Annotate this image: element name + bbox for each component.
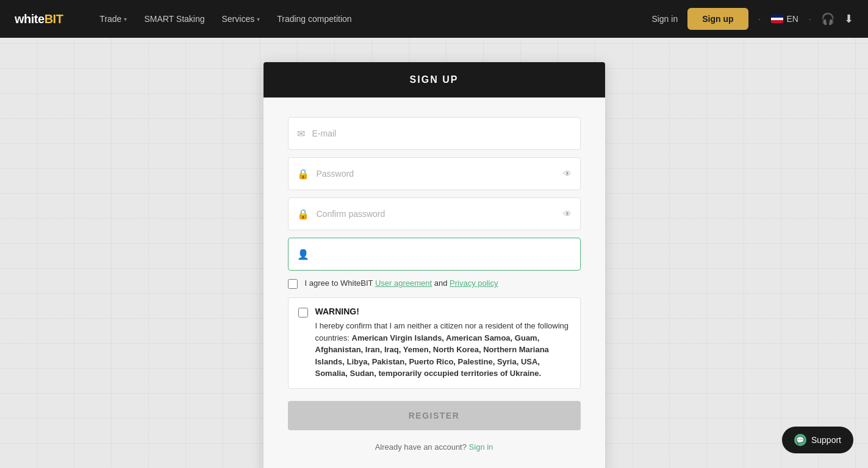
nav-item-smart-staking[interactable]: SMART Staking [137,9,212,29]
logo-white: white [15,12,45,26]
lock-confirm-icon: 🔒 [297,208,309,220]
support-chat-icon: 💬 [794,434,806,446]
nav-item-services[interactable]: Services ▾ [215,9,268,29]
email-input[interactable] [312,129,572,138]
user-agreement-link[interactable]: User agreement [375,278,432,288]
referral-input[interactable]: b87f7e21-9eca-4fb8-a1af-741ac8aa745a [317,249,572,259]
chevron-down-icon: ▾ [257,16,260,23]
privacy-policy-link[interactable]: Privacy policy [450,278,498,288]
card-body: ✉ 🔒 👁 🔒 👁 👤 b87f7e21-9eca-4fb8-a1af-741a… [264,98,605,468]
warning-checkbox-row: WARNING! I hereby confirm that I am neit… [298,307,570,380]
dot-separator: · [758,13,761,26]
referral-icon: 👤 [297,249,309,260]
download-icon[interactable]: ⬇ [844,12,853,26]
navbar: whiteBIT Trade ▾ SMART Staking Services … [0,0,868,38]
confirm-password-field-container: 🔒 👁 [288,197,581,230]
nav-item-trading-competition[interactable]: Trading competition [270,9,359,29]
nav-links: Trade ▾ SMART Staking Services ▾ Trading… [92,9,632,29]
warning-text: I hereby confirm that I am neither a cit… [315,320,570,380]
nav-item-trade[interactable]: Trade ▾ [92,9,134,29]
signup-button[interactable]: Sign up [687,8,748,30]
toggle-confirm-password-icon[interactable]: 👁 [563,209,572,219]
card-title: SIGN UP [276,74,593,85]
support-button[interactable]: 💬 Support [782,427,853,453]
logo[interactable]: whiteBIT [15,12,63,26]
email-field-container: ✉ [288,117,581,150]
dot-separator-2: · [808,13,811,26]
warning-box: WARNING! I hereby confirm that I am neit… [288,297,581,389]
page-content: SIGN UP ✉ 🔒 👁 🔒 👁 👤 [0,38,868,468]
signup-card: SIGN UP ✉ 🔒 👁 🔒 👁 👤 [264,62,605,468]
warning-title: WARNING! [315,307,570,316]
agree-label: I agree to WhiteBIT User agreement and P… [305,278,498,289]
password-input[interactable] [317,169,563,179]
confirm-password-input[interactable] [317,209,563,219]
signin-link[interactable]: Sign in [651,14,678,24]
agree-row: I agree to WhiteBIT User agreement and P… [288,278,581,289]
lock-icon: 🔒 [297,168,309,180]
warning-content: WARNING! I hereby confirm that I am neit… [315,307,570,380]
register-button[interactable]: REGISTER [288,401,581,430]
flag-icon [771,15,783,23]
agree-checkbox[interactable] [288,279,298,289]
email-icon: ✉ [297,128,305,140]
nav-right: Sign in Sign up · EN · 🎧 ⬇ [651,8,853,30]
support-icon[interactable]: 🎧 [821,12,834,26]
password-field-container: 🔒 👁 [288,157,581,190]
signin-redirect-link[interactable]: Sign in [469,442,493,452]
warning-checkbox[interactable] [298,308,308,317]
referral-field-container: 👤 b87f7e21-9eca-4fb8-a1af-741ac8aa745a [288,238,581,271]
card-header: SIGN UP [264,62,605,98]
signin-row: Already have an account? Sign in [288,442,581,452]
chevron-down-icon: ▾ [124,16,127,23]
logo-bit: BIT [45,12,63,26]
language-selector[interactable]: EN [771,14,798,24]
toggle-password-icon[interactable]: 👁 [563,169,572,179]
